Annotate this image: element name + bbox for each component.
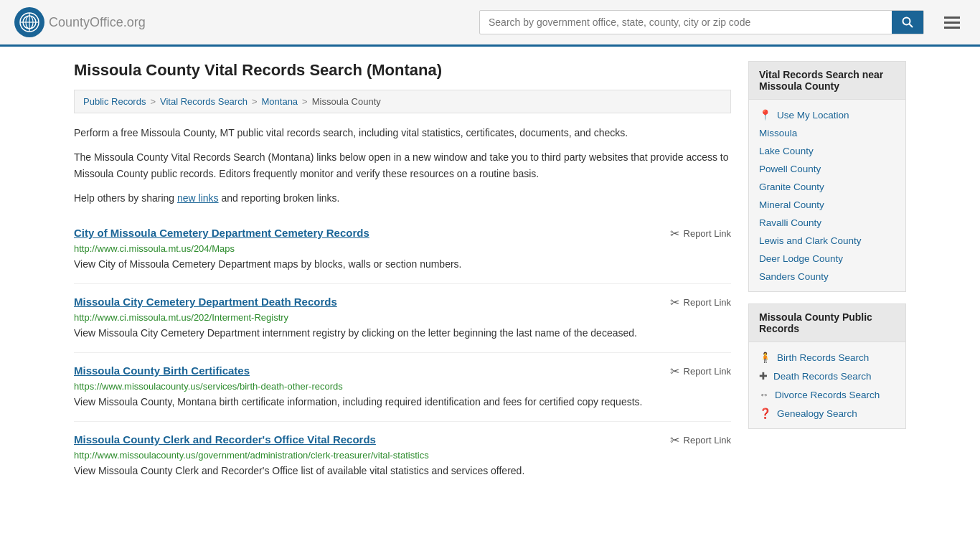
list-item[interactable]: 🧍 Birth Records Search [749, 348, 905, 367]
question-icon: ❓ [759, 408, 771, 419]
site-logo[interactable]: CountyOffice.org [14, 7, 146, 37]
record-entry-1: Missoula City Cemetery Department Death … [74, 284, 731, 353]
intro-text-3: Help others by sharing new links and rep… [74, 190, 731, 206]
main-content: Missoula County Vital Records Search (Mo… [74, 61, 731, 490]
list-item[interactable]: Lewis and Clark County [749, 232, 905, 250]
sidebar-public-records-section: Missoula County Public Records 🧍 Birth R… [748, 303, 906, 429]
list-item[interactable]: Lake County [749, 142, 905, 160]
logo-text: CountyOffice.org [49, 15, 146, 30]
list-item[interactable]: Granite County [749, 178, 905, 196]
report-link-3[interactable]: ✂ Report Link [670, 433, 731, 447]
record-entry-2: Missoula County Birth Certificates ✂ Rep… [74, 353, 731, 422]
sidebar: Vital Records Search near Missoula Count… [748, 61, 906, 490]
sidebar-use-my-location[interactable]: 📍 Use My Location [749, 105, 905, 124]
report-icon-2: ✂ [670, 364, 679, 378]
sidebar-deer-lodge-county-link[interactable]: Deer Lodge County [759, 253, 895, 264]
breadcrumb-sep-2: > [252, 96, 258, 107]
person-icon: 🧍 [759, 352, 771, 363]
record-desc-0: View City of Missoula Cemetery Departmen… [74, 257, 731, 272]
list-item[interactable]: Deer Lodge County [749, 250, 905, 268]
location-pin-icon: 📍 [759, 109, 771, 121]
record-entry-3: Missoula County Clerk and Recorder's Off… [74, 422, 731, 490]
menu-bar-3 [944, 27, 960, 29]
svg-point-5 [903, 18, 910, 25]
birth-records-search-link[interactable]: 🧍 Birth Records Search [759, 352, 895, 363]
breadcrumb-public-records[interactable]: Public Records [83, 96, 146, 107]
breadcrumb-montana[interactable]: Montana [262, 96, 298, 107]
sidebar-nearby-title: Vital Records Search near Missoula Count… [749, 62, 905, 100]
sidebar-public-records-list: 🧍 Birth Records Search ✚ Death Records S… [749, 342, 905, 428]
records-list: City of Missoula Cemetery Department Cem… [74, 215, 731, 490]
sidebar-sanders-county-link[interactable]: Sanders County [759, 271, 895, 282]
report-icon-3: ✂ [670, 433, 679, 447]
report-link-2[interactable]: ✂ Report Link [670, 364, 731, 378]
sidebar-granite-county-link[interactable]: Granite County [759, 182, 895, 192]
breadcrumb-missoula: Missoula County [312, 96, 381, 107]
record-url-2[interactable]: https://www.missoulacounty.us/services/b… [74, 381, 731, 392]
sidebar-public-records-title: Missoula County Public Records [749, 304, 905, 342]
sidebar-lewis-clark-county-link[interactable]: Lewis and Clark County [759, 235, 895, 246]
breadcrumb-sep-3: > [302, 96, 308, 107]
genealogy-search-link[interactable]: ❓ Genealogy Search [759, 408, 895, 419]
page-title: Missoula County Vital Records Search (Mo… [74, 61, 731, 80]
breadcrumb: Public Records > Vital Records Search > … [74, 90, 731, 113]
list-item[interactable]: ❓ Genealogy Search [749, 404, 905, 423]
list-item[interactable]: Powell County [749, 160, 905, 178]
sidebar-mineral-county-link[interactable]: Mineral County [759, 199, 895, 210]
intro-text-2: The Missoula County Vital Records Search… [74, 149, 731, 182]
search-bar [479, 10, 924, 34]
sidebar-lake-county-link[interactable]: Lake County [759, 146, 895, 156]
record-header-2: Missoula County Birth Certificates ✂ Rep… [74, 364, 731, 378]
report-icon-1: ✂ [670, 296, 679, 309]
hamburger-menu-button[interactable] [938, 14, 966, 32]
list-item[interactable]: Sanders County [749, 268, 905, 286]
sidebar-missoula-link[interactable]: Missoula [759, 128, 895, 138]
search-icon [902, 17, 913, 28]
use-my-location-link[interactable]: 📍 Use My Location [759, 109, 895, 121]
list-item[interactable]: Mineral County [749, 196, 905, 214]
page-container: Missoula County Vital Records Search (Mo… [60, 47, 920, 504]
record-entry-0: City of Missoula Cemetery Department Cem… [74, 215, 731, 284]
sidebar-ravalli-county-link[interactable]: Ravalli County [759, 217, 895, 228]
report-icon-0: ✂ [670, 227, 679, 240]
list-item[interactable]: Ravalli County [749, 214, 905, 232]
record-url-1[interactable]: http://www.ci.missoula.mt.us/202/Interme… [74, 312, 731, 323]
svg-line-6 [910, 24, 913, 28]
site-header: CountyOffice.org [0, 0, 980, 47]
list-item[interactable]: ✚ Death Records Search [749, 367, 905, 385]
search-button[interactable] [892, 11, 923, 34]
report-link-1[interactable]: ✂ Report Link [670, 296, 731, 309]
list-item[interactable]: Missoula [749, 124, 905, 142]
death-records-search-link[interactable]: ✚ Death Records Search [759, 370, 895, 382]
new-links-link[interactable]: new links [177, 192, 219, 204]
cross-icon: ✚ [759, 370, 768, 382]
menu-bar-1 [944, 17, 960, 19]
intro-text-1: Perform a free Missoula County, MT publi… [74, 125, 731, 141]
menu-bar-2 [944, 22, 960, 24]
list-item[interactable]: ↔ Divorce Records Search [749, 385, 905, 404]
search-input[interactable] [480, 11, 892, 34]
breadcrumb-vital-records[interactable]: Vital Records Search [160, 96, 248, 107]
record-title-2[interactable]: Missoula County Birth Certificates [74, 364, 250, 377]
record-url-0[interactable]: http://www.ci.missoula.mt.us/204/Maps [74, 243, 731, 254]
record-header-0: City of Missoula Cemetery Department Cem… [74, 227, 731, 240]
record-header-1: Missoula City Cemetery Department Death … [74, 296, 731, 309]
sidebar-nearby-section: Vital Records Search near Missoula Count… [748, 61, 906, 292]
record-title-3[interactable]: Missoula County Clerk and Recorder's Off… [74, 433, 376, 446]
sidebar-nearby-list: 📍 Use My Location Missoula Lake County P… [749, 100, 905, 291]
report-link-0[interactable]: ✂ Report Link [670, 227, 731, 240]
sidebar-powell-county-link[interactable]: Powell County [759, 164, 895, 174]
record-desc-3: View Missoula County Clerk and Recorder'… [74, 463, 731, 479]
arrows-icon: ↔ [759, 389, 769, 400]
record-desc-1: View Missoula City Cemetery Department i… [74, 326, 731, 341]
record-header-3: Missoula County Clerk and Recorder's Off… [74, 433, 731, 447]
record-desc-2: View Missoula County, Montana birth cert… [74, 395, 731, 410]
logo-icon [14, 7, 44, 37]
record-title-0[interactable]: City of Missoula Cemetery Department Cem… [74, 227, 369, 239]
divorce-records-search-link[interactable]: ↔ Divorce Records Search [759, 389, 895, 400]
record-title-1[interactable]: Missoula City Cemetery Department Death … [74, 296, 337, 308]
breadcrumb-sep-1: > [150, 96, 156, 107]
record-url-3[interactable]: http://www.missoulacounty.us/government/… [74, 450, 731, 461]
